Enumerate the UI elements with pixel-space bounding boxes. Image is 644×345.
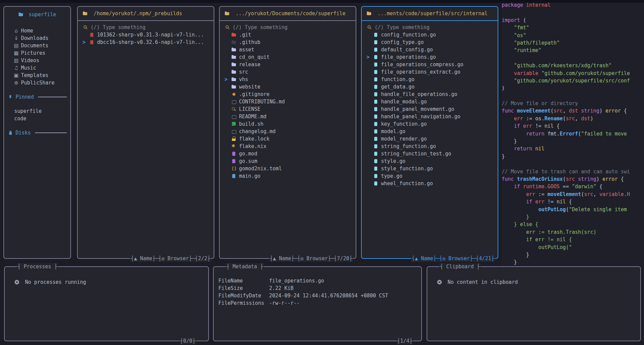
usb-disk-icon <box>8 130 13 135</box>
file-name: wheel_function.go <box>381 180 433 187</box>
file-row[interactable]: README.md <box>223 113 352 120</box>
file-row[interactable]: wheel_function.go <box>365 180 494 187</box>
file-name: model.go <box>381 128 405 134</box>
search-input[interactable]: (/) Type something <box>81 24 210 31</box>
x-circle-icon <box>437 279 442 285</box>
file-name: go.sum <box>239 158 257 164</box>
file-row[interactable]: LICENSE <box>223 105 352 113</box>
file-name: build.sh <box>239 121 263 127</box>
file-row[interactable]: release <box>223 61 352 68</box>
file-row[interactable]: changelog.md <box>223 128 352 135</box>
file-row[interactable]: build.sh <box>223 120 352 128</box>
file-row[interactable]: file_operations_extract.go <box>365 68 494 76</box>
go-file-icon <box>373 70 378 74</box>
github-icon <box>231 40 236 45</box>
search-input[interactable]: (/) Type something <box>365 24 494 31</box>
sidebar-item-label: Home <box>21 28 33 34</box>
go-file-icon <box>373 181 378 186</box>
music-icon: ♫ <box>13 65 20 71</box>
file-row[interactable]: type.go <box>365 172 494 180</box>
file-row[interactable]: string_function.go <box>365 143 494 150</box>
file-name: release <box>239 61 260 68</box>
go-file-icon <box>373 144 378 149</box>
file-row[interactable]: .git <box>223 31 352 39</box>
file-row[interactable]: src <box>223 68 352 76</box>
sidebar-item-home[interactable]: ⌂Home <box>4 27 70 34</box>
file-row[interactable]: >file_operations.go <box>365 53 494 61</box>
file-row[interactable]: 101362-sharp-v0.31.3-napi-v7-lin... <box>81 31 210 39</box>
file-row[interactable]: main.go <box>223 172 352 180</box>
folder-icon <box>231 55 236 59</box>
go-file-icon <box>373 62 378 67</box>
metadata-value: file_operations.go <box>269 277 324 285</box>
section-divider <box>38 97 67 97</box>
header-folder-icon <box>366 11 372 16</box>
file-row[interactable]: style.go <box>365 157 494 165</box>
sidebar-item-videos[interactable]: ▥Videos <box>4 57 70 64</box>
go-file-icon <box>373 92 378 97</box>
sidebar-item-downloads[interactable]: ⇓Downloads <box>4 34 70 42</box>
folder-icon <box>231 47 236 52</box>
panel-footer: ┤▲ Name├─┤◎ Browser├─┤2/2├ <box>130 255 211 262</box>
sidebar-item-music[interactable]: ♫Music <box>4 64 70 72</box>
pinned-item-code[interactable]: code <box>4 115 70 122</box>
search-input[interactable]: (/) Type something <box>223 24 352 31</box>
file-row[interactable]: .github <box>223 39 352 46</box>
file-row[interactable]: .gitignore <box>223 91 352 98</box>
file-row[interactable]: config_type.go <box>365 39 494 46</box>
file-row[interactable]: model.go <box>365 128 494 135</box>
go-file-icon <box>373 137 378 141</box>
app-title: superfile <box>4 11 70 18</box>
file-row[interactable]: config_function.go <box>365 31 494 39</box>
pictures-icon: ▦ <box>13 50 20 56</box>
file-row[interactable]: go.sum <box>223 157 352 165</box>
file-row[interactable]: >vhs <box>223 76 352 83</box>
metadata-row: FileModifyDate2024-09-24 12:44:41.676208… <box>218 292 416 299</box>
file-name: CONTRIBUTING.md <box>239 99 285 105</box>
file-name: dbcc16-sharp-v0.32.6-napi-v7-lin... <box>97 39 204 45</box>
file-row[interactable]: handle_modal.go <box>365 98 494 105</box>
file-name: file_operations.go <box>381 54 436 60</box>
file-name: file_operations_extract.go <box>381 69 460 75</box>
file-row[interactable]: function.go <box>365 76 494 83</box>
file-row[interactable]: >dbcc16-sharp-v0.32.6-napi-v7-lin... <box>81 39 210 46</box>
file-row[interactable]: style_function.go <box>365 165 494 172</box>
search-placeholder: (/) Type something <box>375 24 430 30</box>
file-row[interactable]: key_function.go <box>365 120 494 128</box>
sidebar-item-label: PublicShare <box>21 80 54 86</box>
sidebar-item-pictures[interactable]: ▦Pictures <box>4 49 70 57</box>
file-row[interactable]: go.mod <box>223 150 352 157</box>
key-icon <box>230 106 237 113</box>
file-row[interactable]: flake.nix <box>223 143 352 150</box>
md-icon <box>231 99 236 104</box>
file-row[interactable]: CONTRIBUTING.md <box>223 98 352 105</box>
file-name: handle_modal.go <box>381 99 427 105</box>
file-row[interactable]: gomod2nix.toml <box>223 165 352 172</box>
go-file-icon <box>373 107 378 112</box>
zip-icon <box>89 40 94 45</box>
file-row[interactable]: flake.lock <box>223 135 352 143</box>
pinned-item-superfile[interactable]: superfile <box>4 107 70 115</box>
file-row[interactable]: default_config.go <box>365 46 494 53</box>
file-row[interactable]: handle_file_operations.go <box>365 91 494 98</box>
file-row[interactable]: get_data.go <box>365 83 494 91</box>
file-row[interactable]: asset <box>223 46 352 53</box>
superfile-folder-icon <box>18 12 23 17</box>
file-row[interactable]: cd_on_quit <box>223 53 352 61</box>
file-row[interactable]: website <box>223 83 352 91</box>
file-row[interactable]: string_function_test.go <box>365 150 494 157</box>
file-row[interactable]: handle_panel_movement.go <box>365 105 494 113</box>
sidebar-item-documents[interactable]: ▤Documents <box>4 42 70 49</box>
go-file-icon <box>373 84 378 89</box>
file-row[interactable]: file_operations_compress.go <box>365 61 494 68</box>
file-name: string_function.go <box>381 143 436 149</box>
file-row[interactable]: model_render.go <box>365 135 494 143</box>
file-name: website <box>239 84 260 90</box>
file-row[interactable]: handle_panel_navigation.go <box>365 113 494 120</box>
publicshare-icon: ⊕ <box>13 80 20 86</box>
file-name: vhs <box>239 76 248 82</box>
sidebar-item-publicshare[interactable]: ⊕PublicShare <box>4 79 70 87</box>
md-icon <box>231 114 236 119</box>
sidebar-sections: PinnedsuperfilecodeDisks <box>4 94 70 136</box>
sidebar-item-templates[interactable]: ▣Templates <box>4 72 70 79</box>
